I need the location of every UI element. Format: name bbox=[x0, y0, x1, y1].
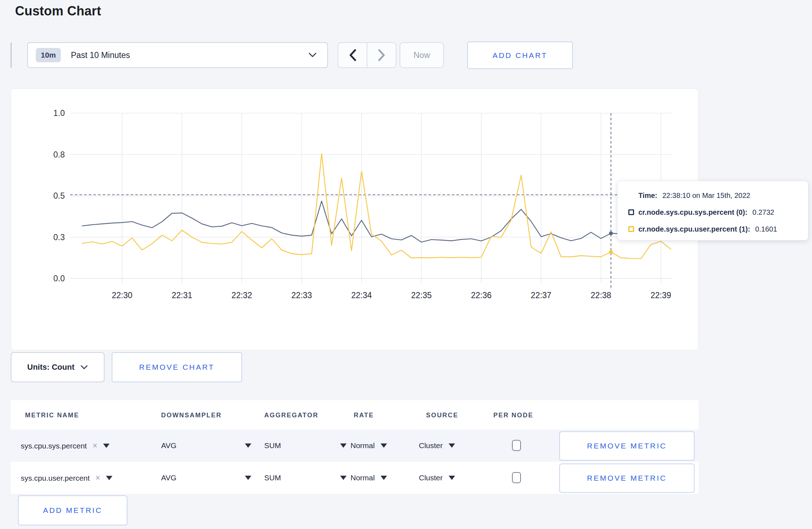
caret-down-icon bbox=[449, 443, 455, 448]
metric-row: sys.cpu.user.percent × AVG SUM Normal Cl… bbox=[11, 462, 699, 494]
tooltip-time-row: Time: 22:38:10 on Mar 15th, 2022 bbox=[638, 190, 808, 201]
svg-text:22:37: 22:37 bbox=[531, 291, 552, 300]
rate-value: Normal bbox=[351, 441, 375, 450]
chevron-right-icon bbox=[377, 49, 386, 61]
now-button[interactable]: Now bbox=[400, 42, 444, 68]
metric-name-select[interactable]: sys.cpu.sys.percent × bbox=[21, 441, 110, 451]
time-range-label: Past 10 Minutes bbox=[71, 50, 130, 60]
time-range-badge: 10m bbox=[36, 48, 61, 62]
svg-text:0.3: 0.3 bbox=[53, 233, 65, 242]
metric-row: sys.cpu.sys.percent × AVG SUM Normal Clu… bbox=[11, 429, 699, 462]
tooltip-series-label: cr.node.sys.cpu.sys.percent (0): bbox=[638, 208, 748, 217]
source-select[interactable]: Cluster bbox=[419, 474, 455, 482]
caret-down-icon bbox=[245, 443, 251, 448]
col-header-aggregator: AGGREGATOR bbox=[264, 412, 318, 419]
svg-text:22:35: 22:35 bbox=[411, 291, 432, 300]
chevron-down-icon bbox=[80, 365, 88, 370]
caret-down-icon bbox=[106, 476, 112, 480]
source-select[interactable]: Cluster bbox=[419, 441, 455, 450]
svg-text:22:38: 22:38 bbox=[591, 291, 612, 300]
series-swatch-sys bbox=[628, 209, 634, 215]
time-window-nav bbox=[338, 42, 396, 68]
rate-value: Normal bbox=[351, 474, 375, 482]
clear-metric-icon[interactable]: × bbox=[92, 441, 97, 451]
col-header-per-node: PER NODE bbox=[493, 412, 533, 419]
remove-metric-button[interactable]: REMOVE METRIC bbox=[559, 464, 695, 493]
downsampler-select[interactable]: AVG bbox=[161, 441, 251, 450]
next-time-button[interactable] bbox=[367, 43, 396, 67]
metric-name-label: sys.cpu.user.percent bbox=[21, 474, 90, 482]
downsampler-select[interactable]: AVG bbox=[161, 474, 251, 482]
col-header-source: SOURCE bbox=[426, 412, 458, 419]
tooltip-series-row: cr.node.sys.cpu.user.percent (1): 0.1601 bbox=[628, 224, 808, 234]
tooltip-series-value: 0.1601 bbox=[755, 225, 777, 233]
svg-text:22:34: 22:34 bbox=[351, 291, 372, 300]
add-metric-button[interactable]: ADD METRIC bbox=[18, 495, 127, 525]
svg-text:22:39: 22:39 bbox=[651, 291, 671, 300]
metric-name-label: sys.cpu.sys.percent bbox=[21, 441, 87, 450]
aggregator-value: SUM bbox=[264, 441, 281, 450]
chart-card: 0.00.30.50.81.022:3022:3122:3222:3322:34… bbox=[11, 88, 699, 350]
svg-text:22:30: 22:30 bbox=[112, 291, 132, 300]
svg-text:22:33: 22:33 bbox=[291, 291, 312, 300]
aggregator-select[interactable]: SUM bbox=[264, 441, 347, 450]
remove-chart-button[interactable]: REMOVE CHART bbox=[112, 352, 242, 382]
add-chart-button[interactable]: ADD CHART bbox=[467, 42, 573, 69]
tooltip-series-row: cr.node.sys.cpu.sys.percent (0): 0.2732 bbox=[628, 207, 808, 218]
prev-time-button[interactable] bbox=[338, 43, 367, 67]
caret-down-icon bbox=[245, 476, 251, 480]
svg-text:0.8: 0.8 bbox=[53, 150, 65, 159]
caret-down-icon bbox=[381, 476, 387, 480]
col-header-metric-name: METRIC NAME bbox=[25, 412, 79, 419]
source-value: Cluster bbox=[419, 441, 443, 450]
svg-text:22:36: 22:36 bbox=[471, 291, 492, 300]
per-node-checkbox[interactable] bbox=[512, 472, 521, 483]
source-value: Cluster bbox=[419, 474, 443, 482]
tooltip-series-label: cr.node.sys.cpu.user.percent (1): bbox=[638, 225, 750, 233]
caret-down-icon bbox=[449, 476, 455, 480]
rate-select[interactable]: Normal bbox=[351, 441, 387, 450]
metrics-table: METRIC NAME DOWNSAMPLER AGGREGATOR RATE … bbox=[11, 400, 699, 494]
series-swatch-user bbox=[628, 226, 634, 232]
caret-down-icon bbox=[340, 476, 347, 480]
rate-select[interactable]: Normal bbox=[351, 474, 387, 482]
caret-down-icon bbox=[103, 443, 110, 448]
downsampler-value: AVG bbox=[161, 474, 177, 482]
metrics-table-header: METRIC NAME DOWNSAMPLER AGGREGATOR RATE … bbox=[11, 400, 699, 429]
units-label: Units: Count bbox=[27, 363, 74, 372]
col-header-downsampler: DOWNSAMPLER bbox=[161, 412, 222, 419]
caret-down-icon bbox=[340, 443, 347, 448]
page-title: Custom Chart bbox=[15, 4, 101, 19]
custom-chart-page: Custom Chart 10m Past 10 Minutes Now ADD… bbox=[0, 0, 812, 529]
svg-text:0.5: 0.5 bbox=[53, 191, 65, 200]
downsampler-value: AVG bbox=[161, 441, 177, 450]
caret-down-icon bbox=[381, 443, 387, 448]
time-range-select[interactable]: 10m Past 10 Minutes bbox=[27, 42, 328, 68]
svg-text:0.0: 0.0 bbox=[53, 274, 65, 283]
aggregator-select[interactable]: SUM bbox=[264, 474, 347, 482]
clear-metric-icon[interactable]: × bbox=[96, 473, 100, 483]
aggregator-value: SUM bbox=[264, 474, 281, 482]
chevron-left-icon bbox=[348, 49, 357, 61]
metric-name-select[interactable]: sys.cpu.user.percent × bbox=[21, 473, 112, 483]
units-select[interactable]: Units: Count bbox=[11, 352, 105, 382]
chart-tooltip: Time: 22:38:10 on Mar 15th, 2022 cr.node… bbox=[617, 181, 808, 241]
svg-text:22:31: 22:31 bbox=[171, 291, 192, 300]
tooltip-series-value: 0.2732 bbox=[753, 208, 774, 217]
toolbar-divider bbox=[11, 43, 11, 68]
svg-text:1.0: 1.0 bbox=[53, 108, 65, 118]
col-header-rate: RATE bbox=[354, 412, 374, 419]
per-node-checkbox[interactable] bbox=[512, 440, 521, 451]
timeseries-chart[interactable]: 0.00.30.50.81.022:3022:3122:3222:3322:34… bbox=[11, 89, 699, 351]
chevron-down-icon bbox=[308, 52, 317, 58]
remove-metric-button[interactable]: REMOVE METRIC bbox=[559, 431, 695, 461]
tooltip-time-value: 22:38:10 on Mar 15th, 2022 bbox=[662, 191, 750, 200]
svg-text:22:32: 22:32 bbox=[232, 291, 252, 300]
tooltip-time-label: Time: bbox=[638, 191, 657, 200]
